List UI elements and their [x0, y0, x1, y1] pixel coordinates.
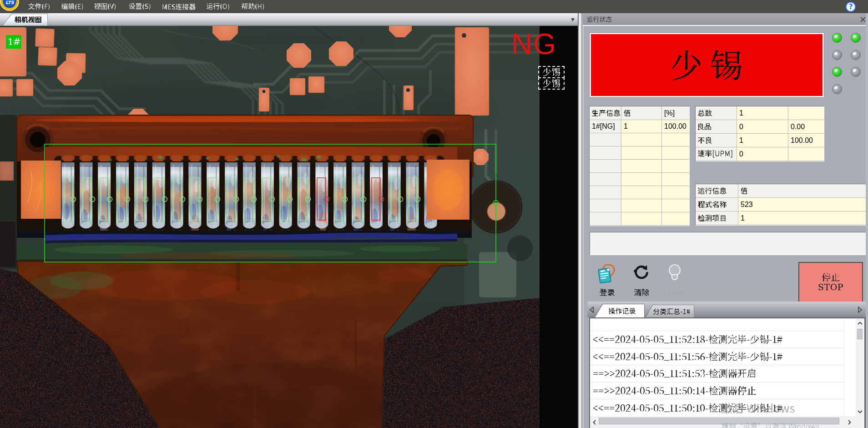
log-entry[interactable]: <<==2024-05-05_11:50:10-检测完毕-少锡-1#: [590, 399, 844, 417]
menu-item[interactable]: 帮助(H): [242, 0, 264, 13]
table-cell: [590, 146, 621, 160]
status-led: [832, 33, 842, 43]
status-led: [851, 50, 861, 60]
station-label: 1#: [6, 35, 21, 49]
stop-label-en: STOP: [818, 282, 843, 292]
tab-scroll-left-icon[interactable]: [589, 307, 595, 313]
menu-item[interactable]: 编辑(E): [61, 0, 83, 13]
table-cell: [621, 160, 662, 173]
table-cell: 1: [737, 134, 788, 147]
table-cell: 总数: [696, 106, 737, 120]
led-light-button[interactable]: LED 灯: [660, 263, 690, 296]
menu-item[interactable]: 设置(S): [129, 0, 151, 13]
scroll-down-icon[interactable]: [856, 408, 864, 415]
tab-scroll-right-icon[interactable]: [857, 307, 863, 313]
log-entry[interactable]: ==>>2024-05-05_11:51:53-检测器开启: [590, 365, 844, 383]
chevron-down-icon[interactable]: ▼: [569, 16, 577, 23]
led-light-label: LED 灯: [665, 290, 685, 296]
clear-button[interactable]: 清除: [630, 263, 653, 296]
tab-camera-view[interactable]: 相机视图: [3, 14, 47, 25]
defect-tags: 少锡 少锡: [538, 66, 565, 90]
menu-item[interactable]: 视图(V): [94, 0, 116, 13]
stop-button[interactable]: 停止 STOP: [798, 262, 863, 303]
refresh-icon: [632, 263, 651, 282]
panel-splitter[interactable]: [578, 13, 583, 428]
status-led: [832, 50, 842, 60]
status-led: [832, 67, 842, 77]
table-cell: 100.00: [662, 120, 689, 133]
table-cell: [788, 147, 824, 161]
column-header: 生产信息: [590, 106, 621, 120]
menu-item[interactable]: MES连接器: [162, 0, 196, 13]
pcb-image: [0, 26, 578, 428]
login-button[interactable]: 登录: [595, 263, 619, 296]
status-led: [851, 33, 861, 43]
clear-label: 清除: [634, 289, 649, 296]
defect-tag: 少锡: [538, 66, 565, 78]
table-cell: 1: [737, 106, 788, 120]
table-cell: [590, 212, 621, 226]
table-cell: [662, 199, 689, 212]
column-header: 运行信息: [696, 184, 738, 198]
windows-activation-watermark: 激活 Windows: [722, 403, 795, 413]
table-cell: 程式名称: [696, 198, 738, 211]
table-cell: 1: [738, 211, 867, 225]
message-box: [590, 232, 867, 255]
table-cell: [662, 160, 689, 173]
table-cell: 0: [737, 147, 788, 161]
table-cell: [621, 186, 662, 199]
menu-item[interactable]: 文件(F): [28, 0, 50, 13]
table-cell: 良品: [696, 120, 737, 134]
tab-category-summary[interactable]: 分类汇总-1#: [646, 305, 694, 317]
scrollbar-corner: [856, 416, 864, 428]
table-cell: [590, 173, 621, 186]
column-header: 值: [738, 184, 867, 198]
alarm-text: 少锡: [671, 50, 742, 81]
table-cell: [621, 212, 662, 226]
table-cell: 100.00: [788, 134, 824, 147]
id-badge-icon: [597, 263, 616, 284]
table-cell: 523: [738, 198, 867, 211]
windows-activation-watermark-line2: 转到“设置”以激活 Windows: [722, 423, 819, 428]
vertical-scroll-thumb[interactable]: [857, 329, 863, 339]
table-cell: 1#[NG]: [590, 120, 621, 133]
table-cell: [621, 146, 662, 160]
log-entry[interactable]: <<==2024-05-05_11:52:18-检测完毕-少锡-1#: [590, 331, 844, 348]
view-tab-bar: 相机视图 ▼: [0, 13, 581, 26]
alarm-text-box: 少锡: [591, 34, 823, 96]
log-entry[interactable]: <<==2024-05-05_11:51:56-检测完毕-少锡-1#: [590, 348, 844, 366]
column-header: [%]: [662, 106, 689, 120]
window-edge: [866, 13, 868, 428]
table-cell: [662, 133, 689, 146]
stop-label-cn: 停止: [822, 273, 840, 282]
login-label: 登录: [600, 289, 615, 296]
table-cell: [621, 173, 662, 186]
table-cell: 不良: [696, 134, 737, 147]
table-cell: [788, 106, 824, 120]
defect-tag: 少锡: [538, 77, 565, 90]
help-icon[interactable]: ?: [845, 1, 857, 13]
log-column-divider: [844, 318, 844, 416]
column-header: 值: [621, 106, 662, 120]
totals-table: 总数1良品00.00不良1100.00速率[UPM]0: [695, 106, 824, 161]
panel-title: 运行状态: [587, 16, 612, 22]
scroll-left-icon[interactable]: [590, 418, 598, 427]
panel-title-bar: 运行状态: [583, 13, 868, 25]
table-cell: [662, 212, 689, 226]
table-cell: [590, 186, 621, 199]
menu-bar: LTS 文件(F)编辑(E)视图(V)设置(S)MES连接器运行(O)帮助(H)…: [0, 0, 868, 13]
inspection-result: NG: [511, 28, 557, 60]
log-entry[interactable]: ==>>2024-05-05_11:50:14-检测器停止: [590, 383, 844, 400]
run-info-table: 运行信息值程式名称523检测项目1: [695, 184, 867, 226]
app-logo-icon: LTS: [0, 0, 21, 13]
tab-operation-log[interactable]: 操作记录: [595, 304, 644, 317]
menu-item[interactable]: 运行(O): [207, 0, 229, 13]
table-cell: [662, 173, 689, 186]
table-cell: 检测项目: [696, 211, 738, 225]
table-cell: [662, 186, 689, 199]
status-led: [851, 67, 861, 77]
camera-view[interactable]: 1# NG 少锡 少锡: [0, 26, 578, 428]
scroll-right-icon[interactable]: [845, 418, 853, 427]
production-table: 生产信息值[%]1#[NG]1100.00: [589, 106, 690, 226]
scroll-up-icon[interactable]: [856, 319, 864, 327]
